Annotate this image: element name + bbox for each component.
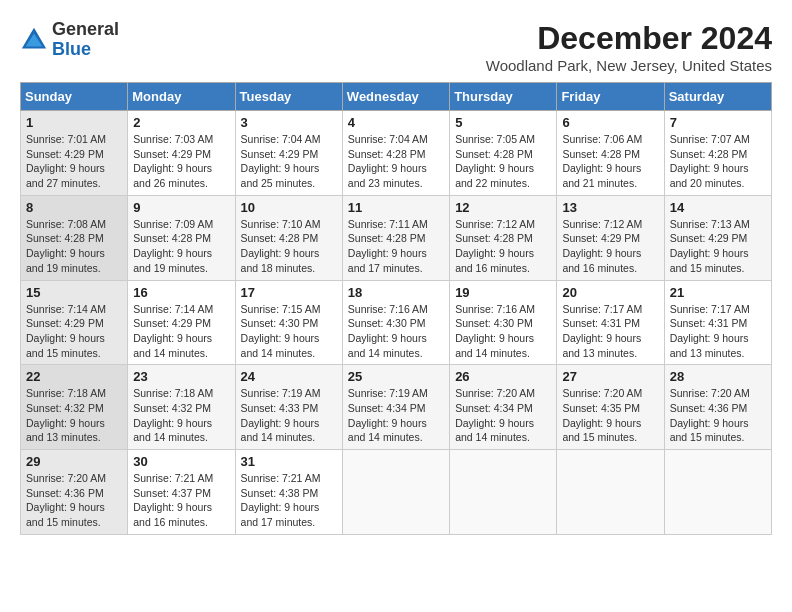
calendar-cell: 12Sunrise: 7:12 AM Sunset: 4:28 PM Dayli…: [450, 195, 557, 280]
day-number: 12: [455, 200, 551, 215]
day-number: 17: [241, 285, 337, 300]
day-info: Sunrise: 7:14 AM Sunset: 4:29 PM Dayligh…: [26, 302, 122, 361]
day-header-wednesday: Wednesday: [342, 83, 449, 111]
day-info: Sunrise: 7:09 AM Sunset: 4:28 PM Dayligh…: [133, 217, 229, 276]
day-info: Sunrise: 7:20 AM Sunset: 4:34 PM Dayligh…: [455, 386, 551, 445]
day-info: Sunrise: 7:13 AM Sunset: 4:29 PM Dayligh…: [670, 217, 766, 276]
day-number: 16: [133, 285, 229, 300]
day-info: Sunrise: 7:20 AM Sunset: 4:36 PM Dayligh…: [26, 471, 122, 530]
day-info: Sunrise: 7:04 AM Sunset: 4:28 PM Dayligh…: [348, 132, 444, 191]
calendar-cell: [450, 450, 557, 535]
day-number: 19: [455, 285, 551, 300]
calendar-table: SundayMondayTuesdayWednesdayThursdayFrid…: [20, 82, 772, 535]
day-info: Sunrise: 7:11 AM Sunset: 4:28 PM Dayligh…: [348, 217, 444, 276]
day-number: 8: [26, 200, 122, 215]
logo: General Blue: [20, 20, 119, 60]
day-info: Sunrise: 7:21 AM Sunset: 4:38 PM Dayligh…: [241, 471, 337, 530]
location-title: Woodland Park, New Jersey, United States: [486, 57, 772, 74]
calendar-cell: 17Sunrise: 7:15 AM Sunset: 4:30 PM Dayli…: [235, 280, 342, 365]
calendar-cell: 13Sunrise: 7:12 AM Sunset: 4:29 PM Dayli…: [557, 195, 664, 280]
day-info: Sunrise: 7:12 AM Sunset: 4:29 PM Dayligh…: [562, 217, 658, 276]
calendar-week-row: 29Sunrise: 7:20 AM Sunset: 4:36 PM Dayli…: [21, 450, 772, 535]
day-number: 3: [241, 115, 337, 130]
day-info: Sunrise: 7:15 AM Sunset: 4:30 PM Dayligh…: [241, 302, 337, 361]
calendar-cell: [557, 450, 664, 535]
day-number: 14: [670, 200, 766, 215]
calendar-cell: 26Sunrise: 7:20 AM Sunset: 4:34 PM Dayli…: [450, 365, 557, 450]
day-number: 31: [241, 454, 337, 469]
day-info: Sunrise: 7:17 AM Sunset: 4:31 PM Dayligh…: [562, 302, 658, 361]
day-header-thursday: Thursday: [450, 83, 557, 111]
calendar-cell: 9Sunrise: 7:09 AM Sunset: 4:28 PM Daylig…: [128, 195, 235, 280]
day-number: 4: [348, 115, 444, 130]
calendar-cell: 11Sunrise: 7:11 AM Sunset: 4:28 PM Dayli…: [342, 195, 449, 280]
day-number: 9: [133, 200, 229, 215]
calendar-cell: [342, 450, 449, 535]
day-number: 11: [348, 200, 444, 215]
calendar-cell: 8Sunrise: 7:08 AM Sunset: 4:28 PM Daylig…: [21, 195, 128, 280]
day-info: Sunrise: 7:19 AM Sunset: 4:34 PM Dayligh…: [348, 386, 444, 445]
calendar-cell: 28Sunrise: 7:20 AM Sunset: 4:36 PM Dayli…: [664, 365, 771, 450]
calendar-cell: 16Sunrise: 7:14 AM Sunset: 4:29 PM Dayli…: [128, 280, 235, 365]
calendar-cell: 23Sunrise: 7:18 AM Sunset: 4:32 PM Dayli…: [128, 365, 235, 450]
day-header-saturday: Saturday: [664, 83, 771, 111]
day-header-monday: Monday: [128, 83, 235, 111]
calendar-cell: 20Sunrise: 7:17 AM Sunset: 4:31 PM Dayli…: [557, 280, 664, 365]
day-number: 15: [26, 285, 122, 300]
calendar-cell: 18Sunrise: 7:16 AM Sunset: 4:30 PM Dayli…: [342, 280, 449, 365]
day-info: Sunrise: 7:04 AM Sunset: 4:29 PM Dayligh…: [241, 132, 337, 191]
day-number: 28: [670, 369, 766, 384]
day-number: 1: [26, 115, 122, 130]
day-info: Sunrise: 7:18 AM Sunset: 4:32 PM Dayligh…: [26, 386, 122, 445]
day-number: 21: [670, 285, 766, 300]
day-info: Sunrise: 7:17 AM Sunset: 4:31 PM Dayligh…: [670, 302, 766, 361]
calendar-cell: 19Sunrise: 7:16 AM Sunset: 4:30 PM Dayli…: [450, 280, 557, 365]
calendar-cell: 6Sunrise: 7:06 AM Sunset: 4:28 PM Daylig…: [557, 111, 664, 196]
day-number: 2: [133, 115, 229, 130]
day-info: Sunrise: 7:19 AM Sunset: 4:33 PM Dayligh…: [241, 386, 337, 445]
calendar-cell: 25Sunrise: 7:19 AM Sunset: 4:34 PM Dayli…: [342, 365, 449, 450]
logo-icon: [20, 26, 48, 54]
day-info: Sunrise: 7:05 AM Sunset: 4:28 PM Dayligh…: [455, 132, 551, 191]
day-info: Sunrise: 7:21 AM Sunset: 4:37 PM Dayligh…: [133, 471, 229, 530]
calendar-cell: 27Sunrise: 7:20 AM Sunset: 4:35 PM Dayli…: [557, 365, 664, 450]
calendar-week-row: 1Sunrise: 7:01 AM Sunset: 4:29 PM Daylig…: [21, 111, 772, 196]
day-info: Sunrise: 7:18 AM Sunset: 4:32 PM Dayligh…: [133, 386, 229, 445]
calendar-cell: 7Sunrise: 7:07 AM Sunset: 4:28 PM Daylig…: [664, 111, 771, 196]
day-info: Sunrise: 7:20 AM Sunset: 4:36 PM Dayligh…: [670, 386, 766, 445]
day-info: Sunrise: 7:16 AM Sunset: 4:30 PM Dayligh…: [455, 302, 551, 361]
day-number: 10: [241, 200, 337, 215]
day-number: 27: [562, 369, 658, 384]
day-header-sunday: Sunday: [21, 83, 128, 111]
calendar-cell: 31Sunrise: 7:21 AM Sunset: 4:38 PM Dayli…: [235, 450, 342, 535]
day-number: 24: [241, 369, 337, 384]
calendar-cell: 14Sunrise: 7:13 AM Sunset: 4:29 PM Dayli…: [664, 195, 771, 280]
day-header-friday: Friday: [557, 83, 664, 111]
day-info: Sunrise: 7:06 AM Sunset: 4:28 PM Dayligh…: [562, 132, 658, 191]
day-header-tuesday: Tuesday: [235, 83, 342, 111]
day-number: 23: [133, 369, 229, 384]
month-title: December 2024: [486, 20, 772, 57]
calendar-cell: 30Sunrise: 7:21 AM Sunset: 4:37 PM Dayli…: [128, 450, 235, 535]
calendar-cell: 22Sunrise: 7:18 AM Sunset: 4:32 PM Dayli…: [21, 365, 128, 450]
day-info: Sunrise: 7:10 AM Sunset: 4:28 PM Dayligh…: [241, 217, 337, 276]
day-number: 7: [670, 115, 766, 130]
calendar-week-row: 15Sunrise: 7:14 AM Sunset: 4:29 PM Dayli…: [21, 280, 772, 365]
day-info: Sunrise: 7:16 AM Sunset: 4:30 PM Dayligh…: [348, 302, 444, 361]
day-number: 25: [348, 369, 444, 384]
day-number: 13: [562, 200, 658, 215]
day-info: Sunrise: 7:03 AM Sunset: 4:29 PM Dayligh…: [133, 132, 229, 191]
calendar-cell: 4Sunrise: 7:04 AM Sunset: 4:28 PM Daylig…: [342, 111, 449, 196]
calendar-cell: 1Sunrise: 7:01 AM Sunset: 4:29 PM Daylig…: [21, 111, 128, 196]
day-number: 26: [455, 369, 551, 384]
day-info: Sunrise: 7:20 AM Sunset: 4:35 PM Dayligh…: [562, 386, 658, 445]
calendar-cell: 21Sunrise: 7:17 AM Sunset: 4:31 PM Dayli…: [664, 280, 771, 365]
day-info: Sunrise: 7:01 AM Sunset: 4:29 PM Dayligh…: [26, 132, 122, 191]
page-header: General Blue December 2024 Woodland Park…: [20, 20, 772, 74]
logo-text: General Blue: [52, 20, 119, 60]
day-info: Sunrise: 7:12 AM Sunset: 4:28 PM Dayligh…: [455, 217, 551, 276]
calendar-cell: 5Sunrise: 7:05 AM Sunset: 4:28 PM Daylig…: [450, 111, 557, 196]
day-info: Sunrise: 7:08 AM Sunset: 4:28 PM Dayligh…: [26, 217, 122, 276]
calendar-header-row: SundayMondayTuesdayWednesdayThursdayFrid…: [21, 83, 772, 111]
calendar-cell: 15Sunrise: 7:14 AM Sunset: 4:29 PM Dayli…: [21, 280, 128, 365]
